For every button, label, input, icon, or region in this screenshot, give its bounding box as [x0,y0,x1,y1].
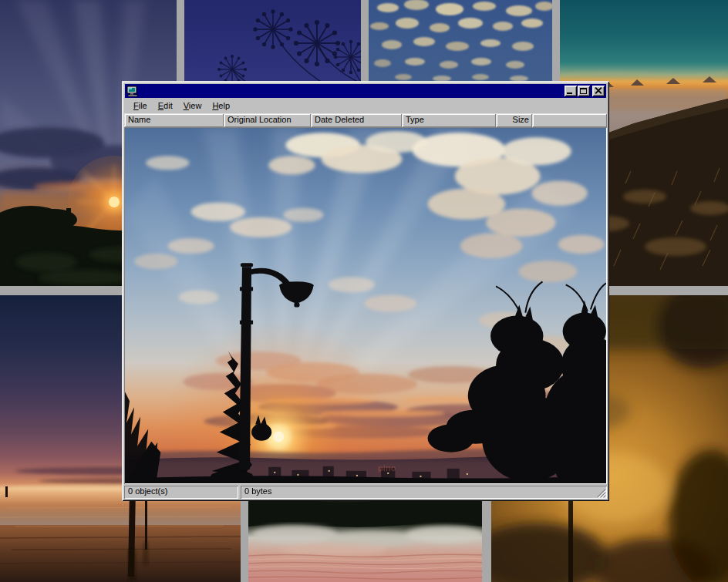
column-header-filler [532,113,607,127]
menu-help[interactable]: Help [207,99,235,113]
close-button[interactable] [592,86,605,96]
resize-grip[interactable] [596,488,606,498]
column-header-name[interactable]: Name [124,113,224,127]
recycle-bin-window: File Edit View Help Name Original Locati… [122,81,609,501]
menu-view[interactable]: View [178,99,207,113]
maximize-button[interactable] [578,86,590,96]
status-byte-count: 0 bytes [241,486,607,499]
computer-icon[interactable] [126,86,139,97]
minimize-button[interactable] [565,86,577,96]
photo-watermark: pino [378,463,396,473]
column-header-size[interactable]: Size [496,113,532,127]
maximize-icon [580,88,587,94]
menubar: File Edit View Help [124,99,607,113]
statusbar: 0 object(s) 0 bytes [124,486,607,499]
minimize-icon [567,93,572,94]
desktop-collage: File Edit View Help Name Original Locati… [0,0,728,582]
titlebar[interactable] [125,84,606,98]
menu-edit[interactable]: Edit [153,99,178,113]
column-header-type[interactable]: Type [402,113,496,127]
column-header-date-deleted[interactable]: Date Deleted [311,113,402,127]
column-header-original-location[interactable]: Original Location [224,113,311,127]
sunset-lamppost-photo: pino [125,128,606,483]
menu-file[interactable]: File [128,99,153,113]
status-object-count: 0 object(s) [124,486,238,499]
column-headers: Name Original Location Date Deleted Type… [124,113,607,127]
close-icon [595,87,602,94]
list-view-area[interactable]: pino [124,127,607,484]
status-bytes-text: 0 bytes [244,486,271,496]
